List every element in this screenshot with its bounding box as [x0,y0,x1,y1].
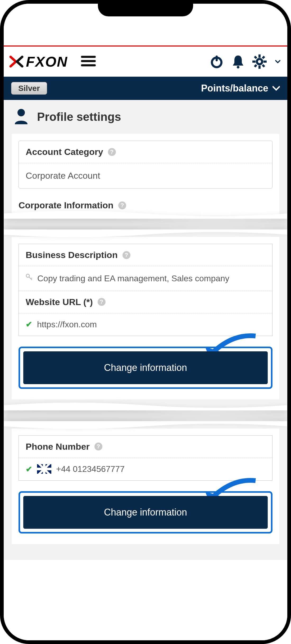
logo-mark-icon [9,55,24,68]
svg-rect-10 [263,61,267,63]
phone-number-value: +44 01234567777 [56,464,125,474]
help-icon[interactable]: ? [94,443,102,450]
chevron-down-icon[interactable] [275,58,281,65]
chevron-down-icon [272,86,280,91]
svg-rect-12 [262,56,265,59]
svg-rect-7 [258,54,261,58]
power-icon[interactable] [210,54,224,69]
uk-flag-icon [37,464,51,474]
phone-card: Phone Number ? ✔ +44 01234567777 [12,429,279,544]
gear-icon[interactable] [252,54,267,69]
points-balance-toggle[interactable]: Points/balance [201,83,280,94]
corporate-details-card: Business Description ? Copy trading and … [12,237,279,399]
subheader-bar: Silver Points/balance [4,77,287,100]
svg-point-5 [237,66,239,68]
account-category-label: Account Category [26,147,103,157]
svg-rect-9 [252,61,256,63]
account-category-value: Corporate Account [26,171,100,181]
check-icon: ✔ [26,464,32,474]
account-category-card: Account Category ? Corporate Account Cor… [12,134,279,216]
app-header: FXON [4,47,287,77]
change-info-highlight: Change information [19,347,272,389]
content-gap [4,216,287,237]
bell-icon[interactable] [232,54,244,69]
business-description-label: Business Description [26,250,118,260]
business-description-value: Copy trading and EA management, Sales co… [37,273,229,284]
svg-point-15 [17,109,25,116]
svg-rect-2 [81,64,96,66]
svg-rect-13 [254,64,257,68]
page-title-row: Profile settings [4,100,287,134]
page-title: Profile settings [37,110,121,123]
svg-rect-11 [254,56,257,59]
tier-badge: Silver [11,82,47,95]
hamburger-menu-icon[interactable] [81,55,96,68]
help-icon[interactable]: ? [122,251,130,259]
content-gap [4,407,287,429]
help-icon[interactable]: ? [108,148,116,156]
svg-rect-1 [81,60,96,62]
svg-rect-14 [262,64,265,68]
key-icon [26,274,33,282]
points-balance-label: Points/balance [201,83,268,94]
svg-point-6 [257,59,262,64]
logo-text: FXON [26,53,68,70]
svg-rect-4 [216,56,218,61]
check-icon: ✔ [26,320,32,329]
website-url-label: Website URL (*) [26,297,93,307]
phone-number-label: Phone Number [26,441,90,452]
svg-rect-0 [81,56,96,58]
help-icon[interactable]: ? [98,298,106,306]
change-information-button[interactable]: Change information [23,496,268,529]
help-icon[interactable]: ? [118,201,126,209]
website-url-value: https://fxon.com [37,320,97,329]
svg-rect-8 [258,66,261,69]
logo: FXON [9,53,68,70]
change-info-highlight: Change information [19,491,272,533]
change-information-button[interactable]: Change information [23,351,268,384]
user-icon [13,108,29,126]
